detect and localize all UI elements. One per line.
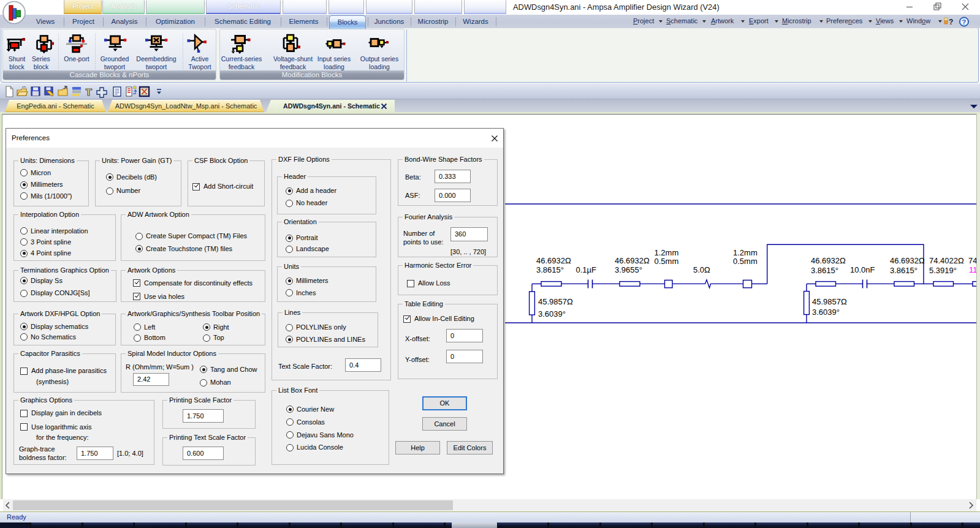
svg-text:1.2mm: 1.2mm	[733, 248, 758, 257]
svg-text:1.2mm: 1.2mm	[655, 248, 679, 257]
svg-text:46.6932Ω: 46.6932Ω	[890, 256, 925, 265]
svg-text:74.4022Ω: 74.4022Ω	[929, 256, 964, 265]
svg-text:3.6039°: 3.6039°	[538, 309, 566, 319]
svg-text:?: ?	[962, 18, 967, 26]
svg-text:46.6932Ω: 46.6932Ω	[811, 256, 846, 265]
svg-text:?: ?	[949, 18, 953, 26]
svg-text:46.6932Ω: 46.6932Ω	[536, 256, 571, 265]
svg-text:5.0Ω: 5.0Ω	[693, 265, 710, 274]
svg-text:0.5mm: 0.5mm	[733, 257, 758, 266]
svg-text:3.8615°: 3.8615°	[890, 266, 917, 275]
svg-text:10.0nF: 10.0nF	[850, 265, 875, 274]
svg-text:3.6039°: 3.6039°	[812, 307, 840, 317]
svg-text:45.9857Ω: 45.9857Ω	[812, 297, 847, 306]
svg-text:3.9655°: 3.9655°	[615, 265, 642, 274]
svg-text:0.5mm: 0.5mm	[655, 257, 679, 266]
svg-text:3.8615°: 3.8615°	[536, 265, 564, 274]
svg-text:46.6932Ω: 46.6932Ω	[615, 256, 650, 265]
svg-text:5.3919°: 5.3919°	[929, 266, 957, 275]
svg-text:45.9857Ω: 45.9857Ω	[538, 297, 573, 306]
svg-text:3.8615°: 3.8615°	[811, 266, 838, 275]
svg-text:0.1µF: 0.1µF	[576, 265, 597, 274]
